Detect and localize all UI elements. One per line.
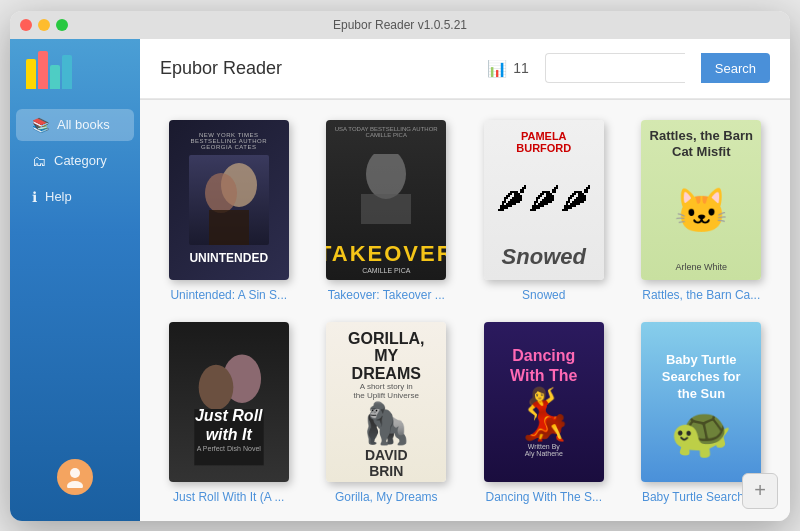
- header: Epubor Reader 📊 11 Search: [140, 39, 790, 99]
- list-item[interactable]: Just Rollwith It A Perfect Dish Novel Ju…: [160, 322, 298, 504]
- book-cover-rattles: Rattles, the BarnCat Misfit 🐱 Arlene Whi…: [641, 120, 761, 280]
- books-area: NEW YORK TIMES BESTSELLING AUTHORGEORGIA…: [140, 100, 790, 521]
- book-title: Rattles, the Barn Ca...: [642, 288, 760, 302]
- sidebar-item-all-books[interactable]: 📚 All books: [16, 109, 134, 141]
- peppers: 🌶🌶🌶: [496, 180, 592, 217]
- book-cover-unintended: NEW YORK TIMES BESTSELLING AUTHORGEORGIA…: [169, 120, 289, 280]
- all-books-label: All books: [57, 117, 110, 132]
- book-title: Takeover: Takeover ...: [328, 288, 445, 302]
- sidebar-nav: 📚 All books 🗂 Category ℹ Help: [10, 109, 140, 443]
- gorilla-author: DAVIDBRIN: [365, 447, 408, 479]
- category-label: Category: [54, 153, 107, 168]
- couple-silhouette: [189, 155, 269, 245]
- svg-rect-4: [209, 210, 249, 245]
- logo-bar-2: [38, 51, 48, 89]
- logo-bar-1: [26, 59, 36, 89]
- cover-center: [336, 138, 436, 241]
- justroll-title: Just Rollwith It: [169, 406, 289, 444]
- user-icon: [64, 466, 86, 488]
- cover-portrait: [189, 155, 269, 245]
- list-item[interactable]: Rattles, the BarnCat Misfit 🐱 Arlene Whi…: [633, 120, 771, 302]
- takeover-title: TAKEOVER: [326, 241, 446, 267]
- book-cover-image-area: [189, 150, 269, 252]
- books-area-wrapper: NEW YORK TIMES BESTSELLING AUTHORGEORGIA…: [140, 100, 790, 521]
- logo-bar-3: [50, 65, 60, 89]
- logo-bar-4: [62, 55, 72, 89]
- minimize-button[interactable]: [38, 19, 50, 31]
- list-item[interactable]: PAMELABURFORD 🌶🌶🌶 Snowed Snowed: [475, 120, 613, 302]
- close-button[interactable]: [20, 19, 32, 31]
- search-input[interactable]: [545, 53, 685, 83]
- book-title: Dancing With The S...: [486, 490, 603, 504]
- sidebar-item-category[interactable]: 🗂 Category: [16, 145, 134, 177]
- book-author-small: NEW YORK TIMES BESTSELLING AUTHORGEORGIA…: [177, 128, 281, 150]
- list-item[interactable]: NEW YORK TIMES BESTSELLING AUTHORGEORGIA…: [160, 120, 298, 302]
- rattles-author: Arlene White: [675, 262, 727, 272]
- book-count: 11: [513, 60, 529, 76]
- svg-point-0: [70, 468, 80, 478]
- takeover-sub: CAMILLE PICA: [362, 267, 410, 280]
- cover-figure: [336, 154, 436, 224]
- book-author-small: USA TODAY BESTSELLING AUTHORCAMILLE PICA: [335, 120, 438, 138]
- content-area: Epubor Reader 📊 11 Search NEW YORK TI: [140, 39, 790, 521]
- snowed-author-top: PAMELABURFORD: [516, 130, 571, 154]
- titlebar: Epubor Reader v1.0.5.21: [10, 11, 790, 39]
- app-window: Epubor Reader v1.0.5.21 📚 All books 🗂 Ca…: [10, 11, 790, 521]
- help-label: Help: [45, 189, 72, 204]
- help-icon: ℹ: [32, 189, 37, 205]
- dancing-title-area: DancingWith The: [510, 338, 577, 384]
- svg-point-1: [67, 481, 83, 488]
- svg-point-8: [198, 364, 233, 409]
- book-cover-justroll: Just Rollwith It A Perfect Dish Novel: [169, 322, 289, 482]
- gorilla-emoji: 🦍: [361, 400, 411, 447]
- main-layout: 📚 All books 🗂 Category ℹ Help: [10, 39, 790, 521]
- sidebar-item-help[interactable]: ℹ Help: [16, 181, 134, 213]
- book-cover-takeover: USA TODAY BESTSELLING AUTHORCAMILLE PICA…: [326, 120, 446, 280]
- book-title: Unintended: A Sin S...: [170, 288, 287, 302]
- book-cover-gorilla: GORILLA, MYDREAMS A short story inthe Up…: [326, 322, 446, 482]
- gorilla-title: GORILLA, MYDREAMS: [334, 330, 438, 383]
- list-item[interactable]: USA TODAY BESTSELLING AUTHORCAMILLE PICA…: [318, 120, 456, 302]
- cat-emoji: 🐱: [674, 185, 729, 237]
- list-item[interactable]: GORILLA, MYDREAMS A short story inthe Up…: [318, 322, 456, 504]
- add-button[interactable]: +: [742, 473, 778, 509]
- category-icon: 🗂: [32, 153, 46, 169]
- turtle-emoji: 🐢: [670, 403, 732, 461]
- books-grid: NEW YORK TIMES BESTSELLING AUTHORGEORGIA…: [160, 120, 770, 504]
- dancer-emoji: 💃: [513, 385, 575, 443]
- sidebar-bottom: [10, 443, 140, 511]
- svg-rect-6: [361, 194, 411, 224]
- book-count-area: 📊 11: [487, 59, 529, 78]
- maximize-button[interactable]: [56, 19, 68, 31]
- book-title: Just Roll With It (A ...: [173, 490, 284, 504]
- dancing-title: DancingWith The: [510, 346, 577, 384]
- all-books-icon: 📚: [32, 117, 49, 133]
- window-controls: [20, 19, 68, 31]
- rattles-title: Rattles, the BarnCat Misfit: [650, 128, 753, 162]
- dancing-author: Written ByAly Nathene: [525, 443, 563, 465]
- svg-point-5: [366, 154, 406, 199]
- gorilla-sub: A short story inthe Uplift Universe: [354, 382, 419, 400]
- book-main-title: UNINTENDED: [189, 251, 268, 271]
- book-cover-babyturtle: Baby TurtleSearches forthe Sun 🐢: [641, 322, 761, 482]
- svg-point-3: [205, 173, 237, 213]
- page-title: Epubor Reader: [160, 58, 471, 79]
- book-cover-dancing: DancingWith The 💃 Written ByAly Nathene: [484, 322, 604, 482]
- book-cover-snowed: PAMELABURFORD 🌶🌶🌶 Snowed: [484, 120, 604, 280]
- justroll-text-area: Just Rollwith It A Perfect Dish Novel: [169, 406, 289, 451]
- search-button[interactable]: Search: [701, 53, 770, 83]
- sidebar: 📚 All books 🗂 Category ℹ Help: [10, 39, 140, 521]
- logo: [10, 49, 140, 109]
- books-icon: 📊: [487, 59, 507, 78]
- list-item[interactable]: DancingWith The 💃 Written ByAly Nathene …: [475, 322, 613, 504]
- snowed-book-title: Snowed: [502, 244, 586, 270]
- justroll-sub: A Perfect Dish Novel: [169, 445, 289, 452]
- avatar[interactable]: [57, 459, 93, 495]
- app-title: Epubor Reader v1.0.5.21: [333, 18, 467, 32]
- book-title: Snowed: [522, 288, 565, 302]
- babyturtle-title: Baby TurtleSearches forthe Sun: [662, 342, 741, 403]
- book-title: Gorilla, My Dreams: [335, 490, 438, 504]
